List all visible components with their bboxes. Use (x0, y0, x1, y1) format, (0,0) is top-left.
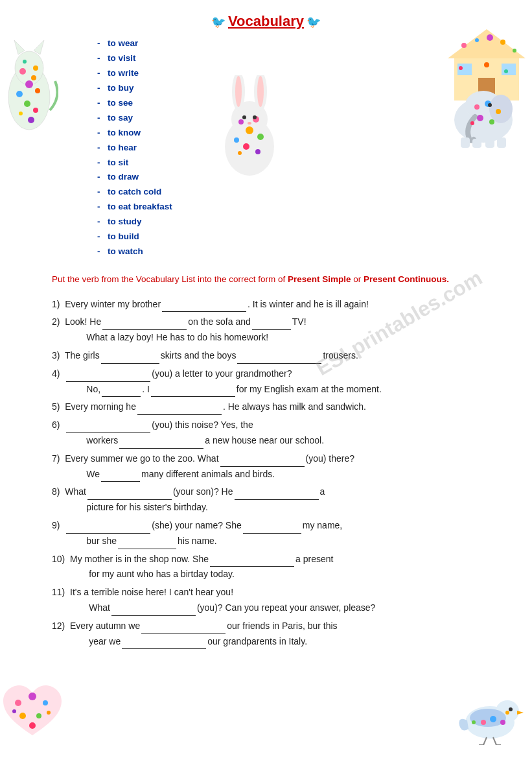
blank-3-2 (237, 355, 321, 364)
svg-point-66 (47, 711, 51, 715)
svg-point-41 (238, 151, 242, 155)
blank-6-1 (66, 424, 150, 433)
vocab-item: to see (97, 96, 233, 111)
svg-rect-56 (472, 139, 481, 148)
svg-line-77 (483, 737, 487, 745)
svg-point-50 (496, 109, 501, 114)
svg-point-52 (489, 119, 494, 124)
deco-bird (454, 687, 526, 745)
blank-8-2 (235, 491, 319, 500)
svg-point-24 (513, 49, 516, 53)
svg-point-60 (29, 693, 36, 700)
bold-present-simple: Present Simple (288, 274, 351, 284)
exercise-8: 8) What(your son)? Hea picture for his s… (52, 484, 506, 515)
svg-point-32 (235, 76, 242, 107)
vocab-item: to wear (97, 36, 233, 51)
svg-point-51 (477, 115, 483, 121)
title-icon-left: 🐦 (211, 16, 226, 29)
deco-heart (0, 680, 65, 745)
svg-point-47 (489, 95, 513, 123)
svg-point-76 (509, 707, 513, 711)
vocab-item: to eat breakfast (97, 200, 233, 215)
blank-9-1 (66, 525, 150, 534)
vocab-item: to visit (97, 51, 233, 66)
exercise-9: 9) (she) your name? Shemy name, bur sheh… (52, 518, 506, 549)
blank-2-1 (102, 321, 187, 330)
svg-point-40 (255, 149, 260, 154)
svg-point-63 (36, 713, 41, 718)
title-area: 🐦 Vocabulary 🐦 (26, 13, 506, 30)
svg-point-70 (470, 709, 506, 727)
svg-point-73 (500, 720, 505, 725)
svg-point-4 (19, 68, 26, 75)
blank-3-1 (101, 355, 159, 364)
svg-point-62 (19, 713, 26, 719)
exercise-3: 3) The girlsskirts and the boystrousers. (52, 348, 506, 364)
blank-12-1 (141, 625, 226, 634)
svg-point-11 (19, 112, 23, 115)
vocab-item: to build (97, 230, 233, 244)
svg-point-36 (246, 126, 253, 134)
blank-5-1 (137, 406, 222, 415)
svg-point-75 (472, 720, 476, 724)
svg-point-44 (248, 122, 251, 124)
vocab-list: to wearto visitto writeto buyto seeto sa… (91, 36, 233, 259)
deco-rabbit (214, 75, 285, 179)
vocab-item: to sit (97, 156, 233, 171)
blank-11-1 (111, 607, 196, 616)
blank-8-1 (87, 491, 172, 500)
blank-7-2 (101, 473, 140, 482)
exercise-6: 6) (you) this noise? Yes, the workersa n… (52, 418, 506, 449)
svg-point-74 (505, 711, 509, 715)
blank-4-3 (151, 388, 235, 397)
vocab-item: to know (97, 126, 233, 141)
svg-rect-55 (461, 137, 470, 148)
vocab-item: to buy (97, 81, 233, 96)
exercise-10: 10) My mother is in the shop now. Shea p… (52, 552, 506, 583)
vocab-item: to draw (97, 170, 233, 185)
exercise-7: 7) Every summer we go to the zoo. What(y… (52, 451, 506, 482)
svg-point-33 (257, 76, 264, 107)
title-text: Vocabulary (228, 13, 304, 29)
svg-point-54 (488, 103, 492, 107)
exercise-11: 11) It's a terrible noise here! I can't … (52, 585, 506, 616)
svg-point-72 (490, 716, 496, 722)
blank-4-1 (66, 373, 150, 382)
svg-point-34 (238, 119, 244, 124)
exercise-12: 12) Every autumn weour friends in Paris,… (52, 619, 506, 650)
svg-point-37 (234, 137, 239, 143)
instructions: Put the verb from the Vocabulary List in… (52, 272, 492, 287)
exercise-5: 5) Every morning he. He always has milk … (52, 399, 506, 415)
blank-9-3 (118, 540, 176, 549)
vocab-item: to hear (97, 141, 233, 156)
svg-rect-57 (485, 139, 494, 148)
svg-point-39 (243, 143, 249, 150)
deco-elephant (441, 84, 526, 149)
svg-marker-69 (517, 711, 524, 715)
blank-2-2 (252, 321, 291, 330)
svg-point-71 (481, 720, 486, 725)
exercise-4: 4) (you) a letter to your grandmother? N… (52, 366, 506, 397)
bold-present-continuous: Present Continuous. (364, 274, 449, 284)
vocab-section: to wearto visitto writeto buyto seeto sa… (26, 36, 506, 259)
instructions-text: Put the verb from the Vocabulary List in… (52, 274, 285, 284)
vocab-item: to catch cold (97, 185, 233, 200)
svg-point-7 (16, 91, 23, 97)
blank-9-2 (243, 525, 301, 534)
vocab-item: to write (97, 66, 233, 81)
vocab-item: to say (97, 111, 233, 126)
blank-12-2 (122, 640, 206, 649)
page: 🐦 Vocabulary 🐦 to wearto visitto writeto… (0, 0, 532, 758)
blank-10-1 (210, 558, 294, 567)
svg-point-42 (242, 115, 246, 119)
svg-point-61 (43, 700, 48, 705)
exercise-list: 1) Every winter my brother. It is winter… (52, 297, 506, 650)
svg-point-53 (470, 121, 474, 125)
svg-line-78 (493, 737, 496, 745)
blank-6-2 (119, 440, 203, 449)
vocab-item: to study (97, 215, 233, 230)
exercise-2: 2) Look! Heon the sofa andTV! What a laz… (52, 314, 506, 346)
svg-point-43 (253, 115, 257, 119)
title-icon-right: 🐦 (306, 16, 321, 29)
vocab-item: to watch (97, 244, 233, 259)
